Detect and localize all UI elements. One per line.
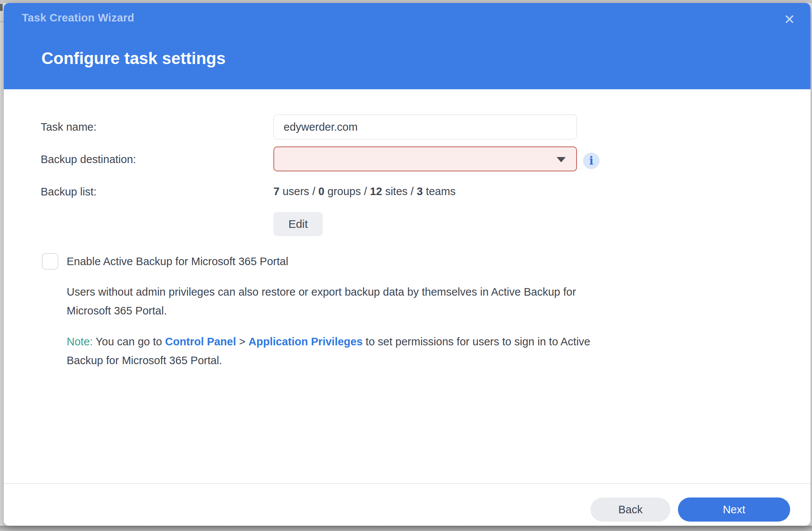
background-fragment [0,4,3,11]
background-top-strip [0,0,812,3]
backup-list-summary: 7 users / 0 groups / 12 sites / 3 teams [273,185,456,198]
task-name-input[interactable] [273,114,577,139]
separator: / [408,185,417,197]
window-title: Task Creation Wizard [22,12,134,24]
portal-description-line1: Users without admin privileges can also … [67,286,576,298]
close-icon: ✕ [784,13,795,26]
groups-unit: groups [324,185,361,197]
note-prefix: Note: [67,336,93,348]
task-creation-wizard-dialog: Task Creation Wizard ✕ Configure task se… [4,3,810,526]
separator: / [309,185,318,197]
groups-count: 0 [318,185,324,197]
info-icon-glyph: i [589,156,593,166]
page-title: Configure task settings [41,49,226,68]
sites-count: 12 [370,185,382,197]
users-count: 7 [273,185,279,197]
backup-destination-select[interactable] [273,146,577,171]
teams-count: 3 [417,185,423,197]
portal-description-line2: Microsoft 365 Portal. [67,305,167,317]
note-text3: Backup for Microsoft 365 Portal. [67,354,222,366]
note-text1: You can go to [93,336,165,348]
portal-checkbox[interactable] [42,253,58,270]
back-button[interactable]: Back [591,497,670,522]
sites-unit: sites [382,185,408,197]
edit-button[interactable]: Edit [273,212,323,236]
control-panel-link[interactable]: Control Panel [165,336,236,348]
background-divider-fragment [0,21,4,22]
portal-description: Users without admin privileges can also … [67,282,760,320]
close-button[interactable]: ✕ [779,9,800,30]
note-separator: > [236,336,249,348]
backup-destination-label: Backup destination: [41,153,136,166]
users-unit: users [279,185,309,197]
chevron-down-icon [557,157,566,162]
info-icon[interactable]: i [583,153,600,169]
backup-list-label: Backup list: [41,185,96,198]
separator: / [361,185,370,197]
task-name-label: Task name: [41,121,96,133]
teams-unit: teams [423,185,456,197]
portal-checkbox-label: Enable Active Backup for Microsoft 365 P… [67,255,288,268]
footer-divider [4,483,810,484]
next-button[interactable]: Next [678,497,790,522]
dialog-header: Task Creation Wizard ✕ Configure task se… [4,3,810,89]
note-text2: to set permissions for users to sign in … [363,336,590,348]
portal-note: Note: You can go to Control Panel > Appl… [67,332,760,370]
application-privileges-link[interactable]: Application Privileges [249,336,363,348]
background-bottom-strip [0,526,812,531]
